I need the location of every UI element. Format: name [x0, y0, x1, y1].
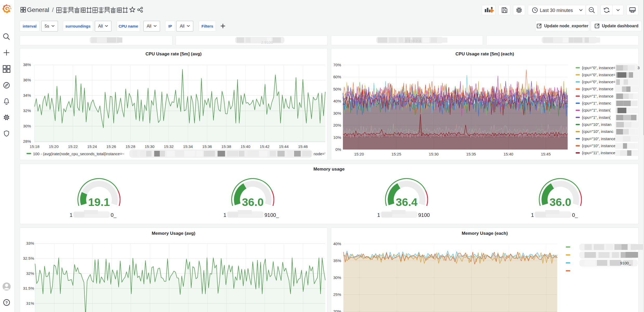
svg-text:?: ? — [5, 300, 8, 305]
svg-text:Last 30 minutes: Last 30 minutes — [540, 8, 573, 13]
